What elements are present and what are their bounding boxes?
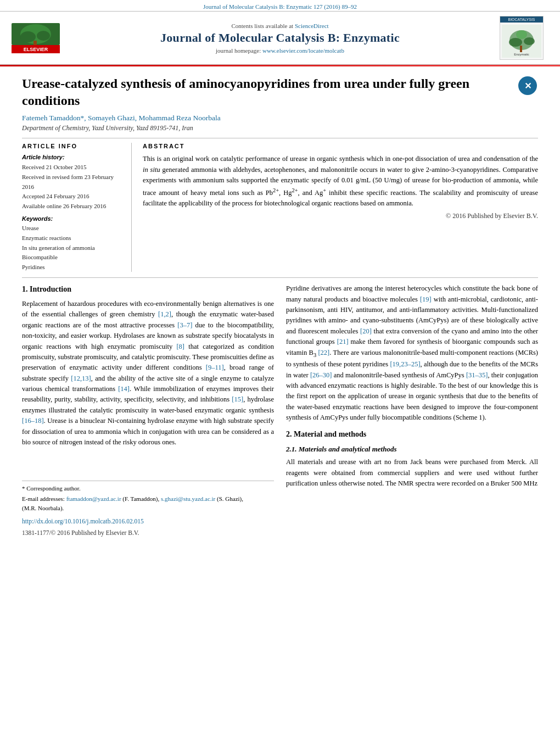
- email-2[interactable]: s.ghazi@stu.yazd.ac.ir: [161, 495, 215, 502]
- body-col-right: Pyridine derivatives are among the inter…: [286, 283, 538, 538]
- article-dates: Received 21 October 2015 Received in rev…: [22, 163, 125, 211]
- article-info-heading: ARTICLE INFO: [22, 143, 125, 149]
- intro-paragraph-1: Replacement of hazardous procedures with…: [22, 299, 274, 448]
- doi-link[interactable]: http://dx.doi.org/10.1016/j.molcatb.2016…: [22, 518, 144, 525]
- svg-point-2: [20, 31, 36, 42]
- material-section: 2. Material and methods 2.1. Materials a…: [286, 428, 538, 489]
- article-title-section: Urease-catalyzed synthesis of aminocyano…: [22, 75, 538, 109]
- journal-title-center: Contents lists available at ScienceDirec…: [60, 23, 500, 54]
- svg-text:Enzymatic: Enzymatic: [514, 53, 529, 56]
- crossmark-box: ✕: [517, 75, 538, 96]
- journal-top-bar: Journal of Molecular Catalysis B: Enzyma…: [0, 0, 560, 11]
- svg-point-10: [524, 37, 535, 45]
- journal-link[interactable]: Journal of Molecular Catalysis B: Enzyma…: [203, 3, 357, 10]
- svg-point-3: [37, 31, 50, 41]
- journal-main-title: Journal of Molecular Catalysis B: Enzyma…: [60, 31, 500, 45]
- article-affiliation: Department of Chemistry, Yazd University…: [22, 124, 538, 132]
- contents-line: Contents lists available at ScienceDirec…: [60, 23, 500, 29]
- email-line: E-mail addresses: ftamaddon@yazd.ac.ir (…: [22, 494, 274, 504]
- keywords-list: Urease Enzymatic reactions In situ gener…: [22, 224, 125, 272]
- email-line-2: (M.R. Noorbala).: [22, 504, 274, 513]
- elsevier-logo: ELSEVIER: [11, 21, 60, 54]
- doi-line: http://dx.doi.org/10.1016/j.molcatb.2016…: [22, 516, 274, 527]
- svg-rect-4: [33, 41, 37, 45]
- svg-point-9: [509, 38, 522, 47]
- svg-rect-11: [520, 46, 522, 52]
- body-col-left: 1. Introduction Replacement of hazardous…: [22, 283, 274, 538]
- issn-line: 1381-1177/© 2016 Published by Elsevier B…: [22, 528, 274, 538]
- header-container: ELSEVIER Contents lists available at Sci…: [0, 11, 560, 65]
- svg-point-12: [516, 30, 527, 39]
- right-paragraph-1: Pyridine derivatives are among the inter…: [286, 283, 538, 423]
- email-1[interactable]: ftamaddon@yazd.ac.ir: [66, 495, 121, 502]
- abstract-text: This is an original work on catalytic pe…: [143, 154, 538, 209]
- article-title: Urease-catalyzed synthesis of aminocyano…: [22, 75, 517, 109]
- journal-homepage: journal homepage: www.elsevier.com/locat…: [60, 47, 500, 54]
- sciencedirect-link[interactable]: ScienceDirect: [295, 23, 329, 29]
- material-section-title: 2. Material and methods: [286, 428, 538, 440]
- material-sub-title: 2.1. Materials and analytical methods: [286, 444, 538, 455]
- body-columns: 1. Introduction Replacement of hazardous…: [22, 283, 538, 538]
- intro-section-title: 1. Introduction: [22, 283, 274, 295]
- article-history-label: Article history:: [22, 154, 125, 160]
- svg-text:ELSEVIER: ELSEVIER: [24, 47, 48, 52]
- corresponding-note: * Corresponding author.: [22, 484, 274, 493]
- biocatalysis-logo: BIOCATALYSIS Enzymatic: [500, 16, 544, 60]
- elsevier-logo-svg: ELSEVIER: [12, 23, 60, 53]
- footnote-area: * Corresponding author. E-mail addresses…: [22, 481, 274, 538]
- page: Journal of Molecular Catalysis B: Enzyma…: [0, 0, 560, 742]
- abstract-copyright: © 2016 Published by Elsevier B.V.: [143, 212, 538, 220]
- biocatalysis-image: Enzymatic: [501, 23, 542, 59]
- section-divider: [22, 277, 538, 278]
- crossmark-icon: ✕: [518, 76, 537, 95]
- article-body: Urease-catalyzed synthesis of aminocyano…: [0, 66, 560, 547]
- article-authors: Fatemeh Tamaddon*, Somayeh Ghazi, Mohamm…: [22, 114, 538, 122]
- homepage-url[interactable]: www.elsevier.com/locate/molcatb: [262, 47, 344, 54]
- article-info-col: ARTICLE INFO Article history: Received 2…: [22, 143, 132, 272]
- abstract-col: ABSTRACT This is an original work on cat…: [143, 143, 538, 272]
- abstract-heading: ABSTRACT: [143, 143, 538, 149]
- keywords-label: Keywords:: [22, 215, 125, 222]
- material-paragraph: All materials and urease with art no fro…: [286, 457, 538, 489]
- info-abstract-row: ARTICLE INFO Article history: Received 2…: [22, 138, 538, 272]
- biocatalysis-label: BIOCATALYSIS: [500, 16, 543, 23]
